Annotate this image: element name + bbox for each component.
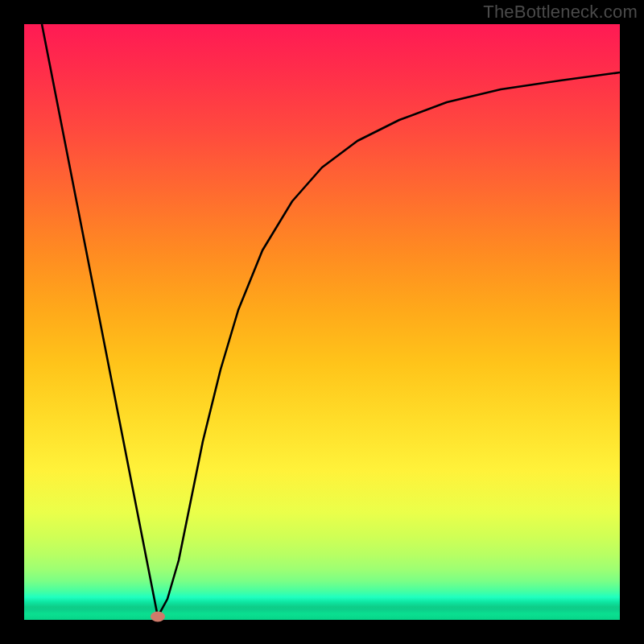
curve-svg: [24, 24, 620, 620]
minimum-marker: [151, 612, 165, 622]
watermark-text: TheBottleneck.com: [483, 2, 638, 23]
chart-frame: TheBottleneck.com: [0, 0, 644, 644]
curve-path: [42, 24, 620, 617]
plot-area: [24, 24, 620, 620]
